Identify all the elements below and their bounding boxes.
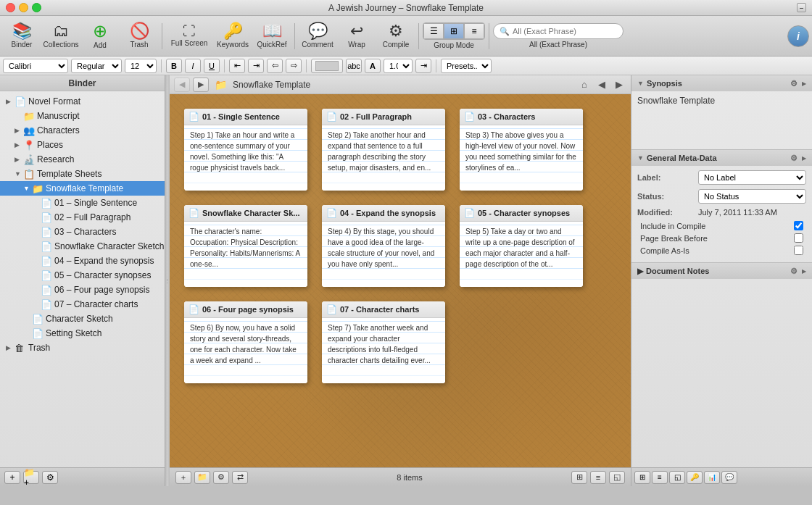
card-06[interactable]: 📄 06 - Four page synopsis Step 6) By now… [184, 301, 307, 383]
keywords-button[interactable]: 🔑 Keywords [214, 18, 252, 54]
meta-data-header[interactable]: ▼ General Meta-Data ⚙ ▸ [631, 150, 812, 166]
binder-item-manuscript[interactable]: 📁 Manuscript [0, 109, 165, 123]
binder-item-full-paragraph[interactable]: 📄 02 – Full Paragraph [0, 210, 165, 225]
meta-more-icon[interactable]: ▸ [802, 154, 806, 163]
doc-notes-header[interactable]: ▶ Document Notes ⚙ ▸ [631, 263, 812, 279]
quickref-button[interactable]: 📖 QuickRef [253, 18, 291, 54]
card-04[interactable]: 📄 04 - Expand the synopsis Step 4) By th… [322, 205, 445, 287]
search-bar[interactable]: 🔍 [493, 23, 624, 39]
binder-item-four-page[interactable]: 📄 06 – Four page synopsis [0, 283, 165, 297]
binder-item-snowflake-char[interactable]: 📄 Snowflake Character Sketch [0, 239, 165, 254]
search-input[interactable] [513, 27, 617, 36]
compile-as-is-checkbox[interactable] [794, 246, 803, 255]
rp-footer-btn-2[interactable]: ≡ [652, 471, 668, 484]
synopsis-gear-icon[interactable]: ⚙ [790, 79, 798, 88]
binder-item-setting-sketch[interactable]: 📄 Setting Sketch [0, 326, 165, 341]
card-02[interactable]: 📄 02 - Full Paragraph Step 2) Take anoth… [322, 109, 445, 191]
binder-item-character-sketch[interactable]: 📄 Character Sketch [0, 312, 165, 326]
line-spacing-select[interactable]: 1.0 [384, 59, 413, 73]
binder-item-characters[interactable]: ▶ 👥 Characters [0, 123, 165, 138]
color-btn[interactable] [311, 59, 343, 73]
fullscreen-button[interactable]: ⛶ Full Screen [166, 18, 212, 54]
binder-add-item-btn[interactable]: + [4, 471, 20, 484]
align-left-btn[interactable]: ⇤ [229, 59, 245, 73]
wrap-button[interactable]: ↩ Wrap [338, 18, 376, 54]
view-btn-list[interactable]: ≡ [590, 471, 606, 484]
rp-footer-btn-5[interactable]: 📊 [704, 471, 720, 484]
card-snowflake[interactable]: 📄 Snowflake Character Sk... The characte… [184, 205, 307, 287]
binder-item-characters-03[interactable]: 📄 03 – Characters [0, 225, 165, 239]
binder-item-char-synopses[interactable]: 📄 05 – Character synopses [0, 268, 165, 283]
size-select[interactable]: 12 [125, 59, 157, 73]
card-03[interactable]: 📄 03 - Characters Step 3) The above give… [460, 109, 583, 191]
binder-settings-btn[interactable]: ⚙ [42, 471, 58, 484]
status-select[interactable]: No Status [698, 189, 806, 204]
font-select[interactable]: Calibri [3, 59, 68, 73]
binder-item-novel-format[interactable]: ▶ 📄 Novel Format [0, 94, 165, 109]
trash-button[interactable]: 🚫 Trash [120, 18, 158, 54]
binder-item-char-charts[interactable]: 📄 07 – Character charts [0, 297, 165, 312]
view-btn-grid[interactable]: ⊞ [571, 471, 587, 484]
meta-gear-icon[interactable]: ⚙ [790, 154, 798, 163]
status-add-btn[interactable]: + [175, 471, 191, 484]
binder-item-trash[interactable]: ▶ 🗑 Trash [0, 341, 165, 355]
indent-btn[interactable]: ⇥ [415, 59, 431, 73]
status-settings-btn[interactable]: ⚙ [213, 471, 229, 484]
nav-prev-btn[interactable]: ◀ [594, 78, 609, 92]
page-break-checkbox[interactable] [794, 233, 803, 243]
nav-home-btn[interactable]: ⌂ [577, 78, 592, 92]
rp-footer-btn-3[interactable]: ◱ [669, 471, 685, 484]
inspector-button[interactable]: i [787, 25, 809, 47]
binder-item-expand-synopsis[interactable]: 📄 04 – Expand the synopsis [0, 254, 165, 268]
binder-item-research[interactable]: ▶ 🔬 Research [0, 152, 165, 167]
italic-btn[interactable]: I [185, 59, 201, 73]
maximize-button[interactable] [32, 3, 41, 12]
minimize-button[interactable] [19, 3, 28, 12]
group-mode-btn-3[interactable]: ≡ [464, 23, 484, 39]
nav-back-btn[interactable]: ◀ [174, 78, 190, 92]
rp-footer-btn-6[interactable]: 💬 [721, 471, 737, 484]
window-resize-btn[interactable]: – [797, 3, 806, 12]
align-justify-btn[interactable]: ⇨ [286, 59, 302, 73]
style-select[interactable]: Regular [71, 59, 122, 73]
presets-select[interactable]: Presets... [441, 59, 492, 73]
status-folder-add-btn[interactable]: 📁 [194, 471, 210, 484]
rp-footer-btn-4[interactable]: 🔑 [687, 471, 703, 484]
doc-notes-gear-icon[interactable]: ⚙ [790, 267, 798, 276]
binder-add-folder-btn[interactable]: 📁+ [23, 471, 39, 484]
align-right-btn[interactable]: ⇦ [267, 59, 283, 73]
font-size-btn[interactable]: A [365, 59, 381, 73]
synopsis-header[interactable]: ▼ Synopsis ⚙ ▸ [631, 75, 812, 91]
label-select[interactable]: No Label [698, 170, 806, 185]
include-compile-checkbox[interactable] [794, 221, 803, 230]
nav-forward-btn[interactable]: ▶ [193, 78, 209, 92]
binder-item-template-sheets[interactable]: ▼ 📋 Template Sheets [0, 167, 165, 181]
places-icon: 📍 [23, 140, 35, 151]
group-mode-btn-1[interactable]: ☰ [423, 23, 444, 39]
binder-item-places[interactable]: ▶ 📍 Places [0, 138, 165, 152]
synopsis-more-icon[interactable]: ▸ [802, 79, 806, 88]
doc-notes-label: Document Notes [646, 267, 709, 275]
binder-item-label: Template Sheets [37, 169, 102, 179]
bold-btn[interactable]: B [166, 59, 182, 73]
close-button[interactable] [6, 3, 15, 12]
nav-next-btn[interactable]: ▶ [612, 78, 626, 92]
status-arrange-btn[interactable]: ⇄ [232, 471, 248, 484]
add-button[interactable]: ⊕ Add [81, 18, 119, 54]
binder-button[interactable]: 📚 Binder [3, 18, 41, 54]
group-mode-btn-2[interactable]: ⊞ [444, 23, 464, 39]
card-05[interactable]: 📄 05 - Character synopses Step 5) Take a… [460, 205, 583, 287]
binder-item-snowflake-template[interactable]: ▼ 📁 Snowflake Template [0, 181, 165, 196]
rp-footer-btn-1[interactable]: ⊞ [634, 471, 650, 484]
binder-item-single-sentence[interactable]: 📄 01 – Single Sentence [0, 196, 165, 210]
abc-btn[interactable]: abc [346, 59, 362, 73]
doc-notes-more-icon[interactable]: ▸ [802, 267, 806, 276]
comment-button[interactable]: 💬 Comment [299, 18, 336, 54]
card-01[interactable]: 📄 01 - Single Sentence Step 1) Take an h… [184, 109, 307, 191]
card-07[interactable]: 📄 07 - Character charts Step 7) Take ano… [322, 301, 445, 383]
collections-button[interactable]: 🗂 Collections [42, 18, 80, 54]
underline-btn[interactable]: U [204, 59, 220, 73]
view-btn-corkboard[interactable]: ◱ [609, 471, 625, 484]
compile-button[interactable]: ⚙ Compile [377, 18, 415, 54]
align-center-btn[interactable]: ⇥ [248, 59, 264, 73]
